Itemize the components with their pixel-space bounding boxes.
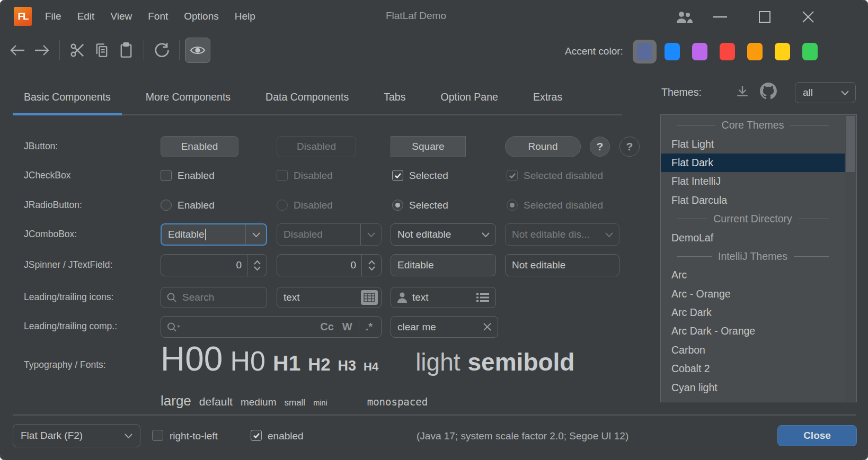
accent-swatch[interactable] bbox=[747, 43, 763, 60]
checkbox-enabled-label[interactable]: Enabled bbox=[178, 170, 215, 182]
themes-filter-combobox[interactable]: all bbox=[795, 82, 856, 103]
typography-sizes: large default medium small mini monospac… bbox=[161, 393, 428, 409]
forward-button[interactable] bbox=[30, 38, 54, 62]
theme-item-flat-darcula[interactable]: Flat Darcula bbox=[661, 191, 845, 210]
textfield-editable[interactable]: Editable bbox=[391, 254, 496, 276]
accent-swatch[interactable] bbox=[775, 43, 790, 60]
spinner-2-buttons[interactable] bbox=[362, 255, 381, 276]
typography-medium: medium bbox=[241, 396, 277, 409]
search-input[interactable] bbox=[181, 291, 267, 304]
theme-item-cyan-light[interactable]: Cyan light bbox=[661, 378, 845, 396]
tab-tabs[interactable]: Tabs bbox=[373, 79, 417, 114]
accent-swatch[interactable] bbox=[637, 43, 652, 60]
textfield-value: text bbox=[284, 292, 361, 303]
accent-swatch[interactable] bbox=[720, 43, 735, 60]
right-to-left-label[interactable]: right-to-left bbox=[170, 430, 218, 442]
regex-button[interactable]: .* bbox=[366, 321, 373, 333]
theme-item-flat-dark[interactable]: Flat Dark bbox=[661, 154, 845, 172]
round-button[interactable]: Round bbox=[505, 136, 581, 157]
checkbox-selected-label[interactable]: Selected bbox=[409, 170, 448, 182]
refresh-icon[interactable] bbox=[149, 38, 174, 62]
checkbox-selected-disabled bbox=[507, 170, 518, 181]
enabled-button[interactable]: Enabled bbox=[161, 136, 238, 157]
search-field[interactable] bbox=[161, 287, 267, 308]
combobox-editable[interactable]: Editable bbox=[161, 223, 267, 246]
theme-item-flat-intellij[interactable]: Flat IntelliJ bbox=[661, 172, 845, 191]
spinner-1-buttons[interactable] bbox=[247, 255, 267, 276]
clear-icon[interactable] bbox=[483, 323, 491, 331]
users-icon[interactable] bbox=[674, 7, 694, 26]
spinner-2-value[interactable]: 0 bbox=[277, 259, 356, 271]
textfield-person-list[interactable]: text bbox=[391, 287, 496, 308]
tab-basic-components[interactable]: Basic Components bbox=[13, 79, 122, 114]
chevron-down-icon[interactable] bbox=[254, 266, 261, 270]
chevron-down-icon bbox=[482, 232, 490, 237]
minimize-button[interactable] bbox=[710, 7, 730, 26]
search-with-options-field[interactable]: Cc W .* bbox=[161, 316, 382, 338]
close-button[interactable]: Close bbox=[777, 425, 857, 446]
radio-selected[interactable] bbox=[392, 200, 403, 211]
theme-item-flat-light[interactable]: Flat Light bbox=[661, 134, 845, 153]
match-case-button[interactable]: Cc bbox=[320, 321, 334, 333]
accent-swatch-selected[interactable] bbox=[633, 40, 657, 64]
enabled-checkbox[interactable] bbox=[251, 430, 262, 441]
themes-scrollbar-thumb[interactable] bbox=[846, 116, 855, 172]
right-to-left-checkbox[interactable] bbox=[152, 430, 163, 441]
checkbox-enabled[interactable] bbox=[161, 170, 172, 181]
radio-enabled[interactable] bbox=[161, 200, 172, 211]
laf-combobox[interactable]: Flat Dark (F2) bbox=[13, 424, 140, 447]
clearable-field[interactable]: clear me bbox=[391, 316, 498, 338]
themes-scrollbar[interactable] bbox=[845, 115, 856, 402]
combobox-arrow-button[interactable] bbox=[246, 224, 266, 245]
combobox-not-editable[interactable]: Not editable bbox=[391, 223, 496, 246]
square-button[interactable]: Square bbox=[391, 136, 466, 157]
accent-swatch[interactable] bbox=[665, 43, 680, 60]
radio-selected-label[interactable]: Selected bbox=[409, 200, 448, 211]
checkmark-icon bbox=[509, 173, 516, 179]
tab-extras[interactable]: Extras bbox=[522, 79, 573, 114]
spinner-2[interactable]: 0 bbox=[277, 254, 382, 276]
chevron-down-icon[interactable] bbox=[368, 266, 375, 270]
download-icon[interactable] bbox=[736, 85, 749, 98]
table-icon[interactable] bbox=[361, 290, 378, 305]
show-hidden-eye-toggle[interactable] bbox=[185, 38, 210, 63]
chevron-up-icon[interactable] bbox=[368, 260, 375, 265]
search-dropdown-icon[interactable] bbox=[166, 322, 181, 332]
paste-icon[interactable] bbox=[114, 38, 138, 62]
maximize-button[interactable] bbox=[755, 7, 775, 26]
help-button-outline[interactable]: ? bbox=[619, 137, 640, 157]
github-icon[interactable] bbox=[760, 83, 777, 100]
chevron-up-icon[interactable] bbox=[254, 260, 261, 265]
theme-item-arc[interactable]: Arc bbox=[661, 266, 845, 284]
help-button[interactable]: ? bbox=[590, 137, 610, 157]
back-button[interactable] bbox=[5, 38, 30, 62]
theme-item-cobalt-2[interactable]: Cobalt 2 bbox=[661, 359, 845, 378]
typography-monospaced: monospaced bbox=[367, 396, 428, 408]
tab-data-components[interactable]: Data Components bbox=[254, 79, 360, 114]
theme-item-arc-orange[interactable]: Arc - Orange bbox=[661, 285, 845, 303]
whole-word-button[interactable]: W bbox=[342, 321, 352, 333]
spinner-1-value[interactable]: 0 bbox=[161, 259, 242, 271]
textfield-value: text bbox=[412, 292, 476, 303]
theme-item-arc-dark[interactable]: Arc Dark bbox=[661, 303, 845, 322]
tab-more-components[interactable]: More Components bbox=[135, 79, 242, 114]
tab-option-pane[interactable]: Option Pane bbox=[429, 79, 509, 114]
typography-mini: mini bbox=[313, 399, 327, 408]
radio-enabled-label[interactable]: Enabled bbox=[178, 200, 215, 211]
accent-swatch[interactable] bbox=[802, 43, 818, 60]
window-title: FlatLaf Demo bbox=[0, 10, 832, 22]
cut-icon[interactable] bbox=[65, 38, 90, 62]
enabled-label[interactable]: enabled bbox=[268, 430, 304, 442]
theme-item-carbon[interactable]: Carbon bbox=[661, 341, 845, 359]
close-window-button[interactable] bbox=[798, 7, 818, 26]
combobox-not-editable-value: Not editable bbox=[397, 229, 475, 240]
spinner-1[interactable]: 0 bbox=[161, 254, 267, 276]
list-icon[interactable] bbox=[476, 293, 489, 302]
copy-icon[interactable] bbox=[90, 38, 114, 62]
theme-item-dark-flat[interactable]: Dark Flat bbox=[661, 397, 845, 402]
theme-item-demolaf[interactable]: DemoLaf bbox=[661, 228, 845, 247]
accent-swatch[interactable] bbox=[692, 43, 707, 60]
theme-item-arc-dark-orange[interactable]: Arc Dark - Orange bbox=[661, 322, 845, 340]
checkbox-selected[interactable] bbox=[392, 170, 403, 181]
textfield-table-icon[interactable]: text bbox=[277, 287, 382, 308]
